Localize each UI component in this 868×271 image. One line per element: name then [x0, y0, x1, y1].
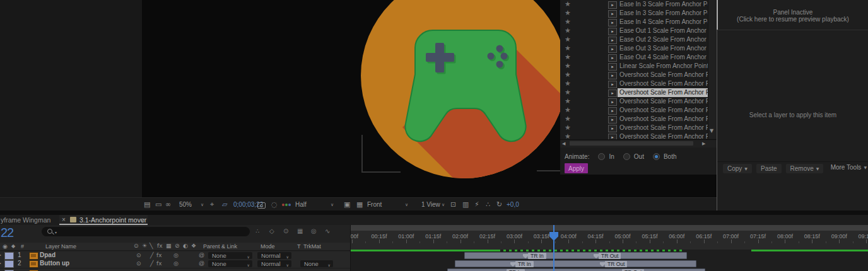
- favorite-star-icon[interactable]: ★: [565, 44, 571, 53]
- tab-keyframe-wingman[interactable]: yframe Wingman: [1, 216, 50, 224]
- preset-item[interactable]: ★ ▸ Overshoot Scale From Anchor Po: [560, 106, 717, 115]
- switch-column-icon[interactable]: ╲: [150, 243, 153, 249]
- switch-column-icon[interactable]: ▦: [166, 243, 172, 249]
- preset-item[interactable]: ★ ▸ Overshoot Scale From Anchor Po: [560, 97, 717, 106]
- layer-switch-icon[interactable]: ◎: [173, 252, 179, 258]
- label-column-icon[interactable]: ◆: [11, 243, 15, 249]
- transparency-grid-icon[interactable]: ▦: [356, 198, 363, 211]
- scroll-right-icon[interactable]: ▶: [702, 141, 705, 146]
- apply-button[interactable]: Apply: [565, 163, 588, 173]
- timeline-toggle-icon[interactable]: ◇: [269, 228, 274, 234]
- layer-corner-handle[interactable]: [361, 135, 401, 173]
- parent-dropdown[interactable]: None∨: [208, 252, 252, 259]
- fast-previews-icon[interactable]: ⚡: [474, 198, 479, 211]
- switch-column-icon[interactable]: ❖: [191, 243, 196, 249]
- layer-switch-icon[interactable]: fx: [156, 260, 162, 267]
- layer-switch-icon[interactable]: ◎: [173, 260, 179, 267]
- preset-item[interactable]: ★ ▸ Ease Out 1 Scale From Anchor Po: [560, 26, 717, 35]
- favorite-star-icon[interactable]: ★: [565, 88, 571, 97]
- timeline-toggle-icon[interactable]: ▦: [297, 228, 303, 234]
- remove-button[interactable]: Remove▼: [786, 164, 824, 173]
- preset-item[interactable]: ★ ▸ Overshoot Scale From Anchor Po: [560, 88, 717, 97]
- parent-dropdown[interactable]: None∨: [208, 260, 252, 267]
- favorite-star-icon[interactable]: ★: [565, 9, 571, 18]
- pixel-aspect-icon[interactable]: ▥: [462, 198, 469, 211]
- search-options-icon[interactable]: ▾: [55, 230, 57, 234]
- composition-viewport[interactable]: [142, 0, 560, 197]
- exposure-value[interactable]: +0,0: [507, 198, 519, 211]
- more-tools-button[interactable]: More Tools ▼: [831, 164, 867, 171]
- layer-row[interactable]: ▸ 1 Dpad ⊙╱fx◎ @ None∨ Normal∨: [0, 251, 350, 260]
- switch-column-icon[interactable]: ⊘: [175, 243, 180, 249]
- layer-switch-icon[interactable]: ⊙: [136, 260, 141, 267]
- favorite-star-icon[interactable]: ★: [565, 53, 571, 62]
- chevron-down-icon[interactable]: ∨: [442, 199, 445, 212]
- shared-view-icon[interactable]: ⊡: [450, 198, 456, 211]
- radio-both[interactable]: Both: [653, 153, 677, 160]
- layer-duration-bar[interactable]: [464, 252, 687, 259]
- chevron-down-icon[interactable]: ∨: [331, 199, 334, 212]
- preset-item[interactable]: ★ ▸ Linear Scale From Anchor Point: [560, 62, 717, 71]
- layer-name[interactable]: Dpad: [40, 251, 56, 258]
- mode-dropdown[interactable]: Normal∨: [257, 252, 291, 259]
- tab-anchorpoint-mover[interactable]: × 3.1-Anchorpoint mover ≡: [59, 215, 148, 225]
- panel-inactive-subtitle[interactable]: (Click here to resume preview playback): [717, 16, 868, 23]
- scroll-left-icon[interactable]: ◀: [562, 141, 565, 146]
- marker-out-label[interactable]: TR Out: [599, 253, 621, 259]
- show-snapshot-icon[interactable]: ◌: [271, 198, 278, 211]
- region-of-interest-icon[interactable]: ▱: [222, 198, 227, 211]
- timeline-toggle-icon[interactable]: ◎: [311, 228, 317, 234]
- pick-whip-icon[interactable]: @: [199, 260, 204, 267]
- horizontal-scrollbar[interactable]: ◀ ▶: [560, 139, 717, 147]
- chevron-down-icon[interactable]: ∨: [201, 199, 204, 212]
- scrollbar-thumb[interactable]: [570, 141, 693, 146]
- camera-snapshot-icon[interactable]: [257, 202, 266, 209]
- switch-column-icon[interactable]: fx: [157, 243, 163, 249]
- marker-out-label[interactable]: TR Out: [605, 261, 627, 267]
- favorite-star-icon[interactable]: ★: [565, 97, 571, 106]
- favorite-star-icon[interactable]: ★: [565, 62, 571, 71]
- timeline-toggle-icon[interactable]: ∿: [325, 228, 330, 234]
- preset-item[interactable]: ★ ▸ Overshoot Scale From Anchor Po: [560, 124, 717, 132]
- close-icon[interactable]: ×: [62, 216, 66, 223]
- inactive-preview-panel[interactable]: Panel Inactive (Click here to resume pre…: [717, 0, 868, 210]
- marker-in-label[interactable]: TR In: [515, 261, 534, 267]
- layer-duration-bar[interactable]: [455, 260, 696, 267]
- time-ruler[interactable]: 0:00f 00:15f 01:00f 01:15f 02:00f 02:15f…: [351, 231, 868, 250]
- favorite-star-icon[interactable]: ★: [565, 115, 571, 124]
- mask-glasses-icon[interactable]: ∞: [165, 198, 171, 211]
- view-layout-value[interactable]: Front: [367, 198, 382, 211]
- preset-item[interactable]: ★ ▸ Ease Out 2 Scale From Anchor Po: [560, 35, 717, 44]
- rgb-channels-icon[interactable]: [282, 204, 291, 206]
- vertical-scrollbar[interactable]: ▼: [708, 0, 716, 139]
- preset-item[interactable]: ★ ▸ Ease In 3 Scale From Anchor Poi: [560, 9, 717, 18]
- view-count-value[interactable]: 1 View: [421, 198, 440, 211]
- label-swatch[interactable]: [4, 252, 14, 260]
- pick-whip-icon[interactable]: @: [199, 252, 204, 258]
- layer-duration-bar[interactable]: [447, 268, 705, 271]
- layer-switch-icon[interactable]: ╱: [150, 252, 153, 258]
- multi-view-icon[interactable]: ▤: [144, 198, 150, 211]
- label-swatch[interactable]: [4, 260, 14, 268]
- favorite-star-icon[interactable]: ★: [565, 0, 571, 9]
- layer-row-partial[interactable]: [0, 268, 350, 271]
- favorite-star-icon[interactable]: ★: [565, 35, 571, 44]
- preset-item[interactable]: ★ ▸ Overshoot Scale From Anchor Po: [560, 115, 717, 124]
- monitor-icon[interactable]: ▭: [155, 198, 161, 211]
- mode-dropdown[interactable]: Normal∨: [257, 260, 291, 267]
- timeline-toggle-icon[interactable]: ⊙: [283, 228, 288, 234]
- preset-item[interactable]: ★ ▸ Ease In 4 Scale From Anchor Poi: [560, 18, 717, 26]
- timeline-toggle-icon[interactable]: ∴: [255, 228, 259, 234]
- marker-in-label[interactable]: TR In: [528, 253, 546, 259]
- radio-in[interactable]: In: [598, 153, 614, 160]
- twirl-icon[interactable]: ▸: [0, 260, 1, 266]
- layer-name[interactable]: Button up: [40, 260, 69, 267]
- layer-corner-handle[interactable]: [537, 170, 560, 171]
- search-input[interactable]: [61, 227, 246, 238]
- current-time-display[interactable]: 22: [1, 226, 13, 240]
- preset-item[interactable]: ★ ▸ Overshoot Scale From Anchor Po: [560, 71, 717, 79]
- timeline-search-field[interactable]: ▾: [42, 227, 250, 236]
- zoom-level-value[interactable]: 50%: [179, 198, 192, 211]
- layer-switch-icon[interactable]: ╱: [150, 260, 153, 267]
- twirl-icon[interactable]: ▸: [0, 252, 1, 258]
